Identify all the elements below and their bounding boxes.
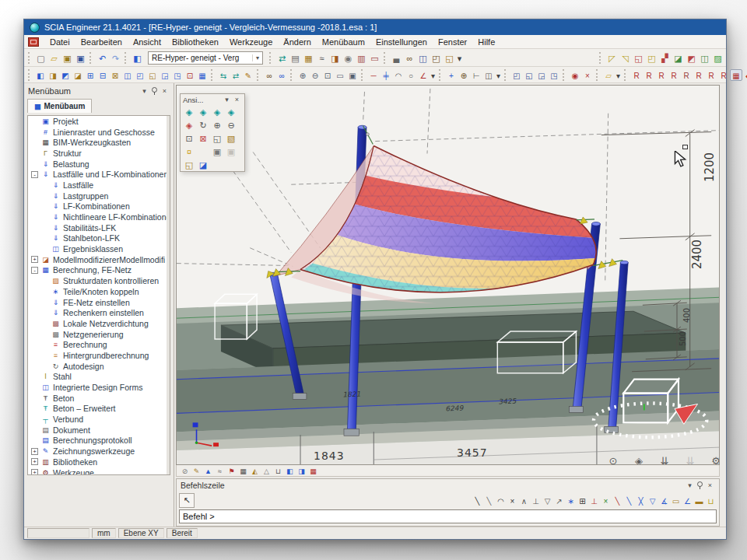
mdi-document-icon[interactable] <box>28 37 39 47</box>
paste-attributes-icon[interactable]: ⇄ <box>230 69 242 81</box>
property-selection-icon[interactable]: ◱ <box>146 69 159 81</box>
tree-item-hintergrundberechnung[interactable]: ≡Hintergrundberechnung <box>28 350 170 361</box>
snap-off-icon[interactable]: × <box>507 495 518 506</box>
menu-datei[interactable]: Datei <box>44 37 75 47</box>
draw-more-arrow[interactable]: ▾ <box>430 69 437 81</box>
tree-item-autodesign[interactable]: ↻Autodesign <box>28 361 170 372</box>
rotate-model-icon[interactable]: ↻ <box>196 119 210 131</box>
hide-elements-icon[interactable]: ◉ <box>569 69 581 81</box>
draw-line-icon[interactable]: ─ <box>367 69 380 81</box>
intersection-snap-icon[interactable]: × <box>600 495 612 506</box>
load-display-icon[interactable]: ▞ <box>658 51 672 64</box>
palette-menu-icon[interactable]: ▾ <box>222 96 232 103</box>
pan-level-disabled-icon[interactable]: ⇊ <box>683 454 697 465</box>
results-surfaces-icon[interactable]: R <box>643 69 655 81</box>
render-mode-icon[interactable]: ◭ <box>249 466 261 476</box>
mesh-sphere-icon[interactable]: ◉ <box>342 51 355 64</box>
expand-icon[interactable]: + <box>31 469 38 475</box>
tree-item-stahl[interactable]: ⅠStahl <box>28 372 170 383</box>
results-members-icon[interactable]: R <box>630 69 643 81</box>
paste-view-icon[interactable]: ◱ <box>523 69 535 81</box>
zoom-region-icon[interactable]: ⊙ <box>606 454 620 465</box>
tree-item-strukturdaten-kontrollieren[interactable]: ▨Strukturdaten kontrollieren <box>28 275 170 286</box>
collapse-icon[interactable]: - <box>31 171 38 178</box>
draw-arc-icon[interactable]: ◠ <box>392 69 405 81</box>
save-icon[interactable]: ▣ <box>74 51 87 64</box>
tree-item-lastf-lle[interactable]: ⇓Lastfälle <box>28 180 170 191</box>
tree-item-integrierte-design-forms[interactable]: ◫Integrierte Design Forms <box>28 382 170 393</box>
tree-item-werkzeuge[interactable]: +⚙Werkzeuge <box>28 467 170 475</box>
panel-header[interactable]: Menübaum ▾ × <box>24 83 174 98</box>
tree-item-beton[interactable]: ŦBeton <box>28 393 170 404</box>
zoom-window-icon[interactable]: ⊡ <box>182 132 196 144</box>
tree-item-projekt[interactable]: ▣Projekt <box>28 116 170 127</box>
snap-vertex-icon[interactable]: ∧ <box>518 495 530 506</box>
snap-line-icon[interactable]: ╲ <box>472 495 483 506</box>
tree-item-lastgruppen[interactable]: ⇓Lastgruppen <box>28 191 170 201</box>
zoom-window-icon[interactable]: ⊡ <box>321 69 334 81</box>
tree-item-modellmodifizierermodellmodifi[interactable]: +◪ModellmodifiziererModellmodifi <box>28 254 170 265</box>
triangle-snap-icon[interactable]: ▽ <box>647 495 658 506</box>
tree-item-bibliotheken[interactable]: +▥Bibliotheken <box>28 457 170 467</box>
results-update-icon[interactable]: ◆ <box>742 69 747 81</box>
tree-item-ergebnisklassen[interactable]: ◫Ergebnisklassen <box>28 243 170 254</box>
select-all-icon[interactable]: ◧ <box>34 69 47 81</box>
select-nodes-icon[interactable]: ◨ <box>47 69 59 81</box>
menu-menuebaum[interactable]: Menübaum <box>317 37 370 47</box>
tree-item-fe-netz-einstellen[interactable]: ⇓FE-Netz einstellen <box>28 297 170 308</box>
palette-close-icon[interactable]: × <box>232 96 242 103</box>
snap-arc-icon[interactable]: ◠ <box>495 495 507 506</box>
tree-item-lastf-lle-und-lf-kombinationen[interactable]: -⇓Lastfälle und LF-Kombinationen <box>28 169 170 180</box>
zoom-selection-icon[interactable]: ◱ <box>210 132 224 144</box>
results-refresh-icon[interactable]: R <box>705 69 717 81</box>
snapshot-icon[interactable]: ▣ <box>210 145 224 157</box>
view-window-a-icon[interactable]: ◧ <box>284 466 296 476</box>
tree-item-verbund[interactable]: ┬Verbund <box>28 414 170 425</box>
attachment-icon[interactable]: ⊘ <box>179 466 191 476</box>
clipboard-icon[interactable]: ◨ <box>328 51 342 64</box>
snap-tangent-icon[interactable]: ▽ <box>542 495 553 506</box>
save-all-icon[interactable]: ▣ <box>61 51 74 64</box>
project-selector-combo[interactable]: RE-Hyper- geneigt - Verg ▾ <box>148 51 263 65</box>
command-input[interactable]: Befehl > <box>179 509 717 523</box>
pointer-select-button[interactable]: ↖ <box>179 493 195 508</box>
clip-box-icon[interactable]: ▧ <box>224 132 238 144</box>
zoom-all-icon[interactable]: ⊠ <box>196 132 210 144</box>
command-close-icon[interactable]: × <box>705 481 715 489</box>
zoom-document-icon[interactable]: ⊕ <box>458 69 470 81</box>
tree-scrollbar[interactable] <box>167 116 170 474</box>
new-3d-window-icon[interactable]: ◪ <box>196 159 210 170</box>
snap-segment-icon[interactable]: ╲ <box>483 495 495 506</box>
modify-more-arrow[interactable]: ▾ <box>495 69 502 81</box>
draw-circle-icon[interactable]: ○ <box>405 69 417 81</box>
results-reactions-icon[interactable]: R <box>655 69 668 81</box>
draw-beam-icon[interactable]: ╪ <box>380 69 392 81</box>
command-panel-header[interactable]: Befehlszeile ▾ × <box>177 479 719 492</box>
open-project-icon[interactable]: ▱ <box>47 51 61 64</box>
cursor-snap-icon[interactable]: ∗ <box>565 495 577 506</box>
view-clipbox-icon[interactable]: ◱ <box>182 159 196 170</box>
previous-view-icon[interactable]: ▣ <box>346 69 359 81</box>
copy-attributes-icon[interactable]: ⇆ <box>217 69 230 81</box>
measure-icon[interactable]: ⊢ <box>470 69 482 81</box>
annotate-pencil-icon[interactable]: ✎ <box>191 466 202 476</box>
results-stresses-icon[interactable]: R <box>680 69 693 81</box>
command-menu-icon[interactable]: ▾ <box>685 481 695 489</box>
tree-item-linienraster-und-geschosse[interactable]: #Linienraster und Geschosse <box>28 127 170 138</box>
grid-snap-icon[interactable]: ⊞ <box>577 495 588 506</box>
menu-ansicht[interactable]: Ansicht <box>128 37 167 47</box>
tree-item-beton-erweitert[interactable]: ŦBeton – Erweitert <box>28 404 170 415</box>
tree-item-dokument[interactable]: ▤Dokument <box>28 425 170 436</box>
format-brush-icon[interactable]: ✎ <box>242 69 254 81</box>
more-commands-arrow[interactable]: ▾ <box>456 51 463 64</box>
invert-selection-icon[interactable]: ⊠ <box>109 69 121 81</box>
activity-grid-icon[interactable]: ▦ <box>307 466 319 476</box>
cascade-windows-icon[interactable]: ◳ <box>548 69 560 81</box>
menu-fenster[interactable]: Fenster <box>433 37 472 47</box>
node-labels-icon[interactable]: ◹ <box>619 51 632 64</box>
pan-view-icon[interactable]: ▭ <box>334 69 346 81</box>
tab-menuebaum[interactable]: ▦ Menübaum <box>27 99 92 113</box>
snap-perpendicular-icon[interactable]: ⊥ <box>530 495 542 506</box>
snap-settings-icon[interactable]: + <box>445 69 458 81</box>
last-point-icon[interactable]: ⊔ <box>705 495 717 506</box>
